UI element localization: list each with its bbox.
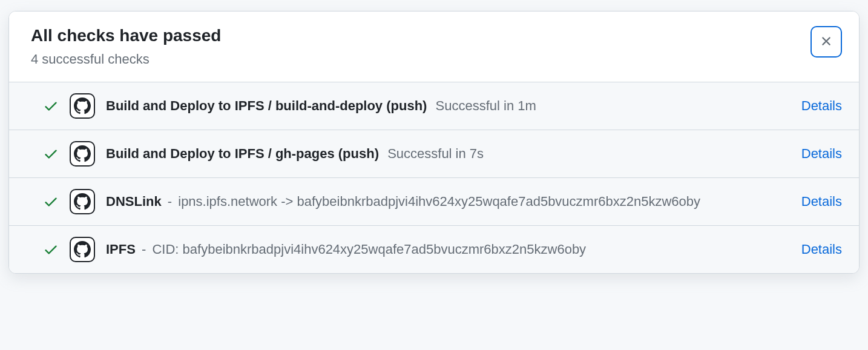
check-row: DNSLink - ipns.ipfs.network -> bafybeibn… — [9, 178, 859, 226]
details-link[interactable]: Details — [801, 98, 842, 114]
details-link[interactable]: Details — [801, 242, 842, 257]
checks-panel: All checks have passed 4 successful chec… — [8, 11, 860, 274]
check-success-icon — [43, 242, 59, 257]
details-link[interactable]: Details — [801, 146, 842, 162]
check-description: Successful in 1m — [436, 98, 536, 113]
check-text: Build and Deploy to IPFS / build-and-dep… — [106, 96, 791, 116]
check-name: DNSLink — [106, 194, 162, 209]
check-description: ipns.ipfs.network -> bafybeibnkrbadpjvi4… — [178, 194, 700, 209]
header-text-group: All checks have passed 4 successful chec… — [31, 26, 221, 67]
check-success-icon — [43, 98, 59, 114]
check-text: DNSLink - ipns.ipfs.network -> bafybeibn… — [106, 192, 791, 211]
check-row: Build and Deploy to IPFS / gh-pages (pus… — [9, 130, 859, 178]
check-separator — [429, 98, 433, 113]
check-success-icon — [43, 146, 59, 162]
check-name: Build and Deploy to IPFS / build-and-dep… — [106, 98, 427, 113]
checks-panel-header: All checks have passed 4 successful chec… — [9, 12, 859, 82]
panel-title: All checks have passed — [31, 26, 221, 45]
close-icon — [819, 34, 833, 50]
check-text: Build and Deploy to IPFS / gh-pages (pus… — [106, 144, 791, 163]
github-avatar-icon — [70, 189, 95, 214]
check-name: IPFS — [106, 242, 136, 257]
checks-list: Build and Deploy to IPFS / build-and-dep… — [9, 82, 859, 273]
close-button[interactable] — [810, 26, 842, 58]
check-description: Successful in 7s — [387, 146, 484, 161]
panel-subtitle: 4 successful checks — [31, 51, 221, 67]
github-avatar-icon — [70, 93, 95, 119]
github-avatar-icon — [70, 237, 95, 262]
check-success-icon — [43, 194, 59, 210]
check-row: Build and Deploy to IPFS / build-and-dep… — [9, 82, 859, 130]
check-separator: - — [164, 194, 176, 209]
check-separator: - — [138, 242, 150, 257]
check-separator — [381, 146, 385, 161]
check-text: IPFS - CID: bafybeibnkrbadpjvi4ihv624xy2… — [106, 240, 791, 259]
github-avatar-icon — [70, 141, 95, 167]
details-link[interactable]: Details — [801, 194, 842, 210]
check-description: CID: bafybeibnkrbadpjvi4ihv624xy25wqafe7… — [152, 242, 586, 257]
check-row: IPFS - CID: bafybeibnkrbadpjvi4ihv624xy2… — [9, 226, 859, 273]
check-name: Build and Deploy to IPFS / gh-pages (pus… — [106, 146, 379, 161]
